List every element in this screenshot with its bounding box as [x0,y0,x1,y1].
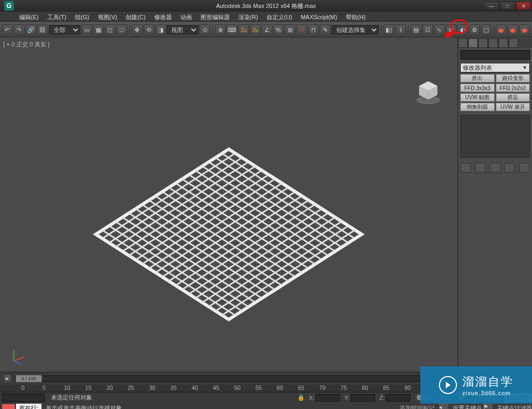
pivot-icon[interactable]: ⊙ [200,24,210,35]
coord-y-field[interactable] [351,394,375,402]
btn-squeeze[interactable]: 挤压 [496,93,530,102]
viewport[interactable]: [ + 0 正交 0 真实 ] [0,37,458,372]
status-hint: 单击或单击并拖动以选择对象 [41,404,400,410]
coord-x: X: [309,394,340,402]
manip-icon[interactable]: ⊕ [215,24,226,35]
add-time-tag[interactable]: 添加时间标记 [400,404,435,410]
curve-editor-icon[interactable]: ∿ [434,24,445,35]
modifier-list[interactable]: 修改器列表 [460,63,530,72]
make-unique-icon[interactable] [490,163,501,173]
align-icon[interactable]: ⫴ [395,24,406,35]
window-cross-icon[interactable]: □ [117,24,127,35]
maximize-button[interactable]: □ [500,2,515,10]
menubar: 编辑(E) 工具(T) 组(G) 视图(V) 创建(C) 修改器 动画 图形编辑… [0,12,532,22]
configure-icon[interactable] [519,163,530,173]
titlebar: G Autodesk 3ds Max 2012 x64 格栅.max — □ ✕ [0,0,532,12]
grid-mesh-object[interactable] [90,144,367,325]
lock-icon[interactable]: 🔒 [297,394,305,402]
scale-icon[interactable]: ◨ [155,24,166,35]
snap-3d-icon[interactable]: 3₃ [250,24,261,35]
teapot2-icon[interactable]: 🫖 [508,24,518,35]
teapot1-icon[interactable]: 🫖 [496,24,506,35]
undo-icon[interactable]: ↶ [2,24,13,35]
modifier-stack[interactable] [460,115,530,158]
redo-icon[interactable]: ↷ [14,24,24,35]
btn-uvwmap[interactable]: UVW 贴图 [460,93,495,102]
ref-coord[interactable]: 视图 [167,25,198,35]
coord-x-field[interactable] [315,394,340,402]
menu-customize[interactable]: 自定义(U) [267,13,292,21]
mirror-icon[interactable]: ▮▯ [384,24,394,35]
menu-animation[interactable]: 动画 [180,13,192,21]
edit-named-icon[interactable]: ✎ [320,24,330,35]
status-selection: 未选定任何对象 [47,394,295,402]
teapot3-icon[interactable]: 🫖 [519,24,530,35]
command-panel: 修改器列表 挤出 路径变形 FFD 3x3x3 FFD 2x2x2 UVW 贴图… [458,37,532,372]
percent-snap-icon[interactable]: % [273,24,284,35]
btn-ffd3[interactable]: FFD 3x3x3 [460,84,495,92]
remove-mod-icon[interactable] [504,163,515,173]
viewcube-icon[interactable] [415,79,442,105]
spinner-snap-icon[interactable]: ⊞ [285,24,295,35]
panel-tabs [458,38,532,48]
close-button[interactable]: ✕ [516,2,531,10]
selection-filter[interactable]: 全部 [49,25,81,35]
btn-uvwunwrap[interactable]: UVW 展开 [496,103,530,111]
snap-magnet-red-icon[interactable]: ⊓ [296,24,307,35]
tab-hierarchy[interactable] [478,38,488,48]
menu-tools[interactable]: 工具(T) [47,13,66,21]
layer-explorer-icon[interactable]: ☷ [422,24,433,35]
main-area: [ + 0 正交 0 真实 ] [0,37,532,372]
play-prev-icon[interactable]: ◂ [438,403,449,409]
schematic-icon[interactable]: ⊞ [446,24,456,35]
snap-magnet-icon[interactable]: ⊓ [308,24,319,35]
keyboard-icon[interactable]: ⌨ [227,24,237,35]
menu-view[interactable]: 视图(V) [98,13,118,21]
object-name-field[interactable] [460,50,530,60]
rotate-icon[interactable]: ⟲ [144,24,154,35]
menu-grapheditors[interactable]: 图形编辑器 [201,13,230,21]
menu-create[interactable]: 创建(C) [126,13,145,21]
angle-snap-icon[interactable]: ∠ [262,24,272,35]
render-setup-icon[interactable]: ⚙ [469,24,480,35]
menu-modifiers[interactable]: 修改器 [154,13,172,21]
rect-select-icon[interactable]: ◻ [105,24,115,35]
minimize-button[interactable]: — [484,2,499,10]
time-handle[interactable]: 0 / 100 [15,375,42,382]
tab-utilities[interactable] [509,38,518,48]
move-icon[interactable]: ✥ [132,24,143,35]
script-listener[interactable] [2,404,15,409]
layers-icon[interactable]: ▤ [411,24,421,35]
coord-y: Y: [344,394,375,402]
status-minibar [2,394,45,402]
pin-stack-icon[interactable] [460,163,471,173]
menu-maxscript[interactable]: MAXScript(M) [301,14,337,20]
tab-modify[interactable] [468,38,478,48]
window-controls: — □ ✕ [483,2,531,10]
btn-extrude[interactable]: 挤出 [460,74,495,83]
select-name-icon[interactable]: ▦ [93,24,104,35]
show-end-icon[interactable] [475,163,486,173]
tab-motion[interactable] [488,38,498,48]
btn-ffd2[interactable]: FFD 2x2x2 [496,84,530,92]
btn-pathdeform[interactable]: 路径变形 [496,74,530,83]
menu-render[interactable]: 渲染(R) [238,13,258,21]
unlink-icon[interactable]: ⛓ [37,24,48,35]
tab-create[interactable] [458,38,468,48]
btn-bevelprofile[interactable]: 倒角剖面 [460,103,495,111]
coord-z-field[interactable] [386,394,410,402]
menu-help[interactable]: 帮助(H) [346,13,365,21]
material-editor-icon[interactable]: ◐ [458,24,468,35]
key-filters-icon[interactable]: ⚑ [483,403,493,409]
keyfilter-button[interactable]: 关键点过滤器 [497,404,532,410]
link-icon[interactable]: 🔗 [26,24,36,35]
render-frame-icon[interactable]: ▢ [481,24,492,35]
snap-2d-icon[interactable]: 2₃ [238,24,249,35]
named-sel-set[interactable]: 创建选择集 [331,25,379,35]
select-icon[interactable]: ▭ [81,24,92,35]
tab-display[interactable] [498,38,508,48]
menu-edit[interactable]: 编辑(E) [19,13,39,21]
setkey-button[interactable]: 设置关键点 [453,404,482,410]
time-config-icon[interactable]: ▸ [3,374,12,383]
menu-group[interactable]: 组(G) [75,13,89,21]
